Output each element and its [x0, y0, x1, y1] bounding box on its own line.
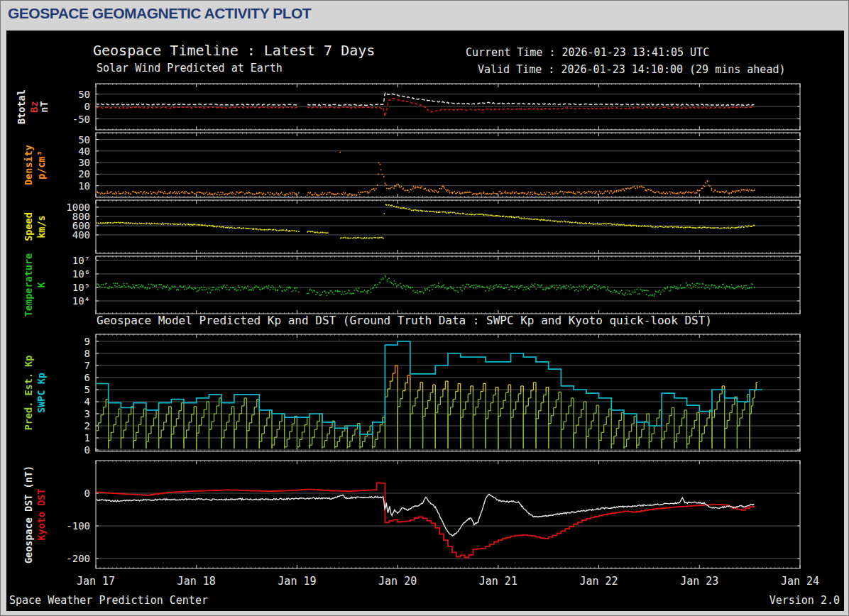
panel-density: 5040302010Densityp/cm³	[23, 133, 800, 197]
geospace-activity-page: GEOSPACE GEOMAGNETIC ACTIVITY PLOT Geosp…	[0, 0, 849, 616]
y-tick-label: 7	[84, 360, 90, 371]
axis-label: Density	[23, 145, 34, 185]
axis-label: Btotal	[16, 89, 27, 124]
y-tick-label: -50	[72, 114, 90, 125]
x-tick-label: Jan 19	[278, 575, 316, 588]
y-tick-label: 10	[78, 180, 90, 192]
y-tick-label: 50	[78, 134, 90, 145]
series-temperature	[95, 275, 755, 297]
series-geospace-dst	[96, 494, 754, 536]
page-title: GEOSPACE GEOMAGNETIC ACTIVITY PLOT	[8, 5, 311, 22]
axis-label: Kyoto DST	[35, 488, 47, 540]
y-tick-label: 40	[78, 145, 90, 157]
geospace-plot-panel: Geospace Timeline : Latest 7 Days Curren…	[6, 31, 844, 611]
y-tick-label: 6	[84, 372, 90, 383]
y-tick-label: 3	[84, 408, 90, 419]
y-tick-label: 30	[78, 157, 90, 168]
series-density	[95, 152, 755, 196]
panel-imf: 500-50BtotalBznT	[16, 84, 800, 130]
series-speed	[96, 204, 755, 238]
x-tick-label: Jan 18	[177, 575, 216, 588]
y-tick-label: -100	[66, 520, 90, 532]
axis-label: nT	[38, 101, 50, 112]
x-tick-label: Jan 21	[479, 575, 517, 588]
x-tick-label: Jan 17	[77, 575, 115, 588]
axis-label: km/s	[35, 215, 47, 238]
axis-label: p/cm³	[35, 150, 47, 180]
y-tick-label: 10⁴	[72, 295, 90, 307]
y-tick-label: 50	[78, 89, 90, 100]
y-tick-label: 5	[84, 384, 90, 395]
axis-label: Geospace DST (nT)	[23, 466, 34, 563]
series-kp	[96, 341, 762, 449]
y-tick-label: 0	[84, 444, 90, 456]
y-tick-label: 10⁷	[72, 255, 90, 266]
y-tick-label: 10⁶	[72, 268, 90, 280]
y-tick-label: -200	[66, 553, 90, 564]
panel-speed: 1000800600400Speedkm/s	[23, 200, 800, 253]
y-tick-label: 2	[84, 420, 90, 431]
x-tick-label: Jan 20	[378, 575, 417, 588]
geospace-chart: 500-50BtotalBznT5040302010Densityp/cm³10…	[6, 31, 844, 611]
y-tick-label: 20	[78, 168, 90, 180]
panel-dst: 0-100-200Geospace DST (nT)Kyoto DST	[23, 461, 800, 568]
y-tick-label: 9	[84, 336, 90, 347]
y-tick-label: 8	[84, 348, 90, 359]
axis-label: Pred. Est. Kp	[23, 356, 34, 431]
x-tick-label: Jan 24	[781, 575, 819, 588]
y-tick-label: 0	[84, 101, 90, 112]
panel-kp: 9876543210Pred. Est. KpSWPC Kp	[23, 334, 800, 456]
y-tick-label: 4	[84, 396, 90, 407]
axis-label: K	[35, 282, 47, 288]
x-tick-label: Jan 23	[680, 575, 718, 588]
y-tick-label: 10⁵	[72, 282, 90, 293]
axis-label: Temperature	[23, 253, 34, 317]
series-kyoto-dst	[96, 483, 755, 557]
x-tick-label: Jan 22	[579, 575, 618, 588]
y-tick-label: 400	[72, 229, 90, 241]
series-bz	[96, 99, 754, 116]
axis-label: Speed	[23, 212, 34, 241]
y-tick-label: 1	[84, 432, 90, 444]
panel-temperature: 10⁷10⁶10⁵10⁴TemperatureK	[23, 253, 800, 317]
y-tick-label: 0	[84, 488, 90, 499]
x-axis-labels: Jan 17Jan 18Jan 19Jan 20Jan 21Jan 22Jan …	[77, 575, 819, 588]
axis-label: SWPC Kp	[35, 373, 47, 413]
